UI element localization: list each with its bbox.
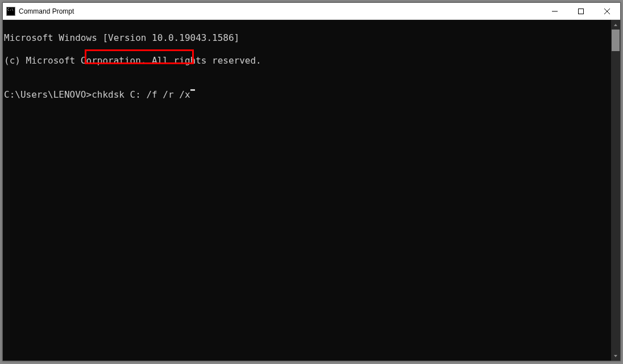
svg-marker-5 bbox=[614, 355, 617, 357]
window-title: Command Prompt bbox=[19, 7, 74, 15]
prompt-line: C:\Users\LENOVO>chkdsk C: /f /r /x bbox=[4, 89, 610, 101]
output-line: (c) Microsoft Corporation. All rights re… bbox=[4, 55, 610, 66]
svg-marker-4 bbox=[614, 24, 617, 26]
output-line: Microsoft Windows [Version 10.0.19043.15… bbox=[4, 32, 610, 44]
chevron-down-icon bbox=[613, 354, 618, 358]
maximize-button[interactable] bbox=[568, 3, 594, 19]
cursor bbox=[190, 89, 195, 91]
scroll-down-button[interactable] bbox=[611, 351, 620, 361]
prompt-text: C:\Users\LENOVO> bbox=[4, 89, 92, 101]
window-controls bbox=[542, 3, 620, 19]
minimize-button[interactable] bbox=[542, 3, 568, 19]
terminal[interactable]: Microsoft Windows [Version 10.0.19043.15… bbox=[3, 20, 611, 361]
scroll-up-button[interactable] bbox=[611, 20, 620, 30]
title-bar[interactable]: Command Prompt bbox=[3, 3, 620, 20]
scrollbar-thumb[interactable] bbox=[612, 30, 620, 51]
svg-rect-1 bbox=[579, 9, 584, 14]
chevron-up-icon bbox=[613, 23, 618, 27]
maximize-icon bbox=[578, 9, 584, 14]
command-text: chkdsk C: /f /r /x bbox=[92, 89, 190, 101]
cmd-icon bbox=[6, 7, 15, 16]
terminal-area: Microsoft Windows [Version 10.0.19043.15… bbox=[3, 20, 620, 361]
close-icon bbox=[604, 9, 610, 14]
vertical-scrollbar[interactable] bbox=[611, 20, 620, 361]
minimize-icon bbox=[552, 9, 558, 14]
command-prompt-window: Command Prompt Microsoft Windows [Versio… bbox=[2, 2, 621, 361]
close-button[interactable] bbox=[594, 3, 620, 19]
